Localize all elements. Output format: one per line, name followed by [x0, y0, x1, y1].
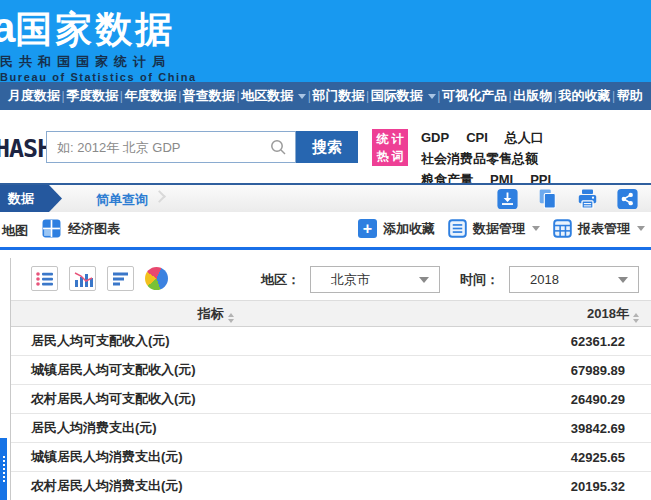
logo-title: 国家数据 [15, 5, 175, 55]
column-header-indicator[interactable]: 指标 [11, 305, 421, 323]
nav-item-0[interactable]: 月度数据 [8, 87, 60, 105]
data-panel: 地区： 北京市 时间： 2018 指标 2018年 居民人均可支配收入(元)62… [10, 258, 651, 500]
year-header-label: 2018年 [587, 306, 629, 321]
hot-word[interactable]: 社会消费品零售总额 [421, 151, 538, 166]
economic-charts-label: 经济图表 [68, 220, 120, 238]
column-header-year[interactable]: 2018年 [421, 305, 651, 323]
nav-item-3[interactable]: 普查数据 [183, 87, 235, 105]
hbar-chart-view-icon [111, 271, 131, 287]
report-manage-icon [553, 219, 572, 238]
action-icons [496, 188, 639, 210]
nav-caret-icon [298, 94, 306, 99]
download-icon[interactable] [496, 188, 519, 210]
time-label: 时间： [460, 271, 499, 289]
site-logo: a 国家数据 民共和国国家统计局 Bureau of Statistics of… [0, 4, 197, 83]
report-manage-menu[interactable]: 报表管理 [553, 219, 645, 238]
list-view-button[interactable] [31, 266, 58, 291]
indicator-cell: 农村居民人均消费支出(元) [11, 477, 421, 495]
copy-icon[interactable] [536, 188, 559, 210]
print-icon[interactable] [576, 188, 599, 210]
table-row[interactable]: 城镇居民人均可支配收入(元)67989.89 [11, 356, 651, 385]
table-row[interactable]: 居民人均可支配收入(元)62361.22 [11, 327, 651, 356]
breadcrumb-tab-data[interactable]: 数据 [0, 185, 62, 212]
share-icon[interactable] [616, 188, 639, 210]
indicator-cell: 城镇居民人均消费支出(元) [11, 448, 421, 466]
breadcrumb-chevron-icon [153, 190, 166, 203]
nav-separator: | [509, 89, 512, 103]
hot-badge-line1: 统计 [375, 131, 408, 148]
nav-item-4[interactable]: 地区数据 [241, 87, 306, 105]
hot-word[interactable]: 总人口 [505, 130, 544, 145]
sort-icon [228, 313, 234, 323]
table-row[interactable]: 城镇居民人均消费支出(元)42925.65 [11, 443, 651, 472]
blue-divider [0, 247, 651, 250]
data-manage-menu[interactable]: 数据管理 [448, 219, 540, 238]
nav-item-9[interactable]: 我的收藏 [559, 87, 611, 105]
search-magnifier-icon [269, 138, 287, 156]
nav-item-2[interactable]: 年度数据 [125, 87, 177, 105]
search-band: HASHU 搜索 统计 热词 GDPCPI总人口社会消费品零售总额 粮食产量PM… [0, 110, 651, 183]
nav-caret-icon [428, 94, 436, 99]
indicator-cell: 居民人均消费支出(元) [11, 419, 421, 437]
search-box [46, 131, 296, 163]
indicator-cell: 农村居民人均可支配收入(元) [11, 390, 421, 408]
table-header: 指标 2018年 [11, 300, 651, 327]
time-select[interactable]: 2018 [509, 266, 639, 293]
table-body: 居民人均可支配收入(元)62361.22城镇居民人均可支配收入(元)67989.… [11, 327, 651, 500]
region-select[interactable]: 北京市 [310, 266, 440, 293]
controls-row: 地区： 北京市 时间： 2018 [11, 258, 651, 300]
value-cell: 39842.69 [421, 421, 651, 436]
nav-separator: | [120, 89, 123, 103]
nav-item-1[interactable]: 季度数据 [66, 87, 118, 105]
nav-separator: | [612, 89, 615, 103]
indicator-header-label: 指标 [198, 306, 224, 321]
bar-chart-view-icon [73, 271, 93, 287]
breadcrumb-simple-query[interactable]: 简单查询 [96, 191, 148, 209]
table-row[interactable]: 居民人均消费支出(元)39842.69 [11, 414, 651, 443]
sort-icon [633, 313, 639, 323]
toolbar-right: + 添加收藏 数据管理 报表管理 [358, 219, 645, 238]
search-button[interactable]: 搜索 [296, 131, 358, 163]
add-favorite-button[interactable]: + 添加收藏 [358, 219, 435, 238]
search-input[interactable] [47, 140, 269, 155]
economic-charts-icon [42, 219, 61, 238]
toolbar-item-map[interactable]: 地图 [2, 222, 28, 240]
region-caret-icon [419, 277, 429, 283]
view-switcher [31, 266, 168, 291]
data-manage-label: 数据管理 [473, 220, 525, 238]
region-label: 地区： [261, 271, 300, 289]
nav-separator: | [554, 89, 557, 103]
table-row[interactable]: 农村居民人均可支配收入(元)26490.29 [11, 385, 651, 414]
filters: 地区： 北京市 时间： 2018 [261, 266, 639, 293]
pie-chart-view-button[interactable] [145, 267, 168, 290]
time-value: 2018 [510, 272, 618, 287]
nav-item-5[interactable]: 部门数据 [312, 87, 364, 105]
list-view-icon [35, 271, 55, 287]
region-value: 北京市 [311, 271, 419, 289]
value-cell: 20195.32 [421, 479, 651, 494]
value-cell: 42925.65 [421, 450, 651, 465]
hot-word[interactable]: GDP [421, 130, 449, 145]
table-row[interactable]: 农村居民人均消费支出(元)20195.32 [11, 472, 651, 500]
hot-words-line-1: GDPCPI总人口社会消费品零售总额 [421, 127, 651, 169]
nav-item-6[interactable]: 国际数据 [371, 87, 436, 105]
nav-separator: | [308, 89, 311, 103]
plus-icon: + [358, 219, 377, 238]
value-cell: 62361.22 [421, 334, 651, 349]
add-favorite-label: 添加收藏 [383, 220, 435, 238]
hot-words-badge[interactable]: 统计 热词 [372, 129, 408, 166]
nav-item-8[interactable]: 出版物 [513, 87, 552, 105]
nav-item-7[interactable]: 可视化产品 [442, 87, 507, 105]
handle-dots [3, 456, 5, 482]
hbar-chart-view-button[interactable] [107, 266, 134, 291]
toolbar-row: 地图 经济图表 + 添加收藏 数据管理 [0, 212, 651, 247]
sidebar-expand-handle[interactable] [0, 438, 7, 500]
hot-word[interactable]: CPI [466, 130, 488, 145]
toolbar-item-economic-charts[interactable]: 经济图表 [42, 219, 120, 238]
bar-chart-view-button[interactable] [69, 266, 96, 291]
nav-separator: | [62, 89, 65, 103]
data-manage-caret-icon [532, 226, 540, 231]
nav-item-10[interactable]: 帮助 [617, 87, 643, 105]
logo-prefix-letter: a [0, 4, 15, 52]
indicator-cell: 城镇居民人均可支配收入(元) [11, 361, 421, 379]
